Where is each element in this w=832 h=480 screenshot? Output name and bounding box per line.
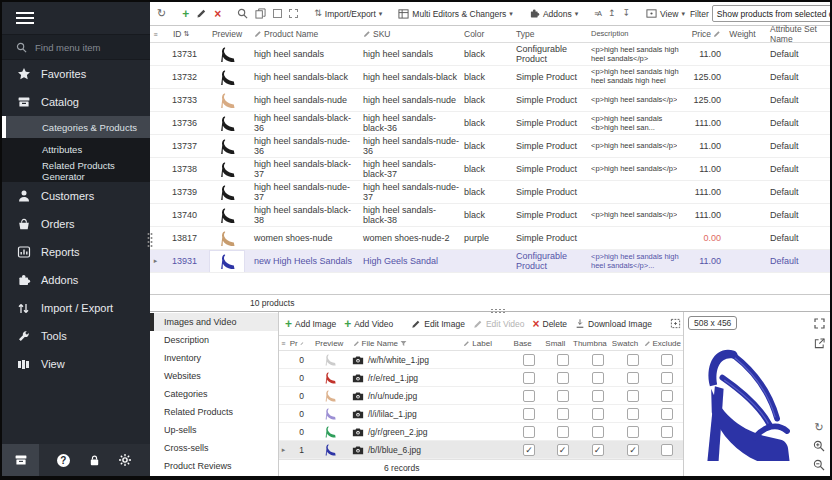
exclude-checkbox[interactable] xyxy=(661,426,673,438)
detail-tab[interactable]: Product Reviews xyxy=(150,457,278,475)
edit-image-button[interactable]: Edit Image xyxy=(409,318,467,330)
sidebar-item-tools[interactable]: Tools xyxy=(2,322,150,350)
product-row[interactable]: 13731 high heel sandals high heel sandal… xyxy=(150,43,830,66)
cell-small[interactable] xyxy=(546,426,579,438)
add-image-button[interactable]: +Add Image xyxy=(283,317,338,331)
thumbnail-checkbox[interactable] xyxy=(592,426,604,438)
sidebar-item-import-export[interactable]: Import / Export xyxy=(2,294,150,322)
cell-exclude[interactable] xyxy=(650,444,683,456)
base-checkbox[interactable] xyxy=(523,354,535,366)
cell-base[interactable] xyxy=(512,408,546,420)
swatch-checkbox[interactable] xyxy=(627,372,639,384)
sidebar-item-related-products-generator[interactable]: Related Products Generator xyxy=(2,160,150,182)
column-header-base[interactable]: Base xyxy=(506,339,539,348)
detail-tab[interactable]: Up-sells xyxy=(150,421,278,439)
column-header-small[interactable]: Small xyxy=(539,339,571,348)
delete-image-button[interactable]: ×Delete xyxy=(530,317,569,331)
sidebar-item-attributes[interactable]: Attributes xyxy=(2,138,150,160)
small-checkbox[interactable] xyxy=(557,426,569,438)
download-image-button[interactable]: Download Image xyxy=(573,317,654,330)
detail-tab[interactable]: Categories xyxy=(150,385,278,403)
exclude-checkbox[interactable] xyxy=(661,372,673,384)
rotate-button[interactable]: ↻ xyxy=(812,420,826,434)
column-header-color[interactable]: Color xyxy=(462,26,514,42)
copy-button[interactable] xyxy=(253,7,268,20)
small-checkbox[interactable] xyxy=(557,390,569,402)
sidebar-item-addons[interactable]: Addons xyxy=(2,266,150,294)
refresh-button[interactable]: ↻ xyxy=(155,7,168,20)
sort-az-button[interactable]: ≡A xyxy=(592,9,603,18)
sidebar-item-reports[interactable]: Reports xyxy=(2,238,150,266)
thumbnail-checkbox[interactable] xyxy=(592,354,604,366)
thumbnail-checkbox[interactable] xyxy=(592,390,604,402)
filter-select[interactable]: Show products from selected categories▾ xyxy=(712,5,832,22)
column-header-sku[interactable]: SKU xyxy=(361,26,462,42)
lock-button[interactable] xyxy=(88,454,101,467)
cell-small[interactable] xyxy=(546,390,579,402)
column-header-label[interactable]: Label xyxy=(461,339,506,348)
column-header-thumbnail[interactable]: Thumbna xyxy=(571,339,608,348)
cell-base[interactable] xyxy=(512,372,546,384)
image-row[interactable]: 0 /n/u/nude.jpg xyxy=(279,387,683,405)
product-row[interactable]: 13739 high heel sandals-nude-37 high hee… xyxy=(150,181,830,204)
delete-product-button[interactable]: × xyxy=(212,7,223,21)
image-row[interactable]: 0 /g/r/green_2.jpg xyxy=(279,423,683,441)
cell-thumbnail[interactable] xyxy=(579,372,616,384)
column-header-preview[interactable]: Preview xyxy=(308,339,351,348)
column-header-price[interactable]: Price xyxy=(684,26,725,42)
detail-tab[interactable]: Images and Video xyxy=(150,313,278,331)
swatch-checkbox[interactable] xyxy=(627,408,639,420)
sidebar-item-view[interactable]: View xyxy=(2,350,150,378)
detail-tab[interactable]: Inventory xyxy=(150,349,278,367)
small-checkbox[interactable]: ✓ xyxy=(557,444,569,456)
sidebar-item-orders[interactable]: Orders xyxy=(2,210,150,238)
small-checkbox[interactable] xyxy=(557,354,569,366)
base-checkbox[interactable]: ✓ xyxy=(523,444,535,456)
cell-exclude[interactable] xyxy=(650,426,683,438)
image-row[interactable]: ▸ 1 /b/l/blue_6.jpg ✓ ✓ ✓ ✓ xyxy=(279,441,683,459)
exclude-checkbox[interactable] xyxy=(661,444,673,456)
open-external-button[interactable] xyxy=(812,336,826,350)
cell-thumbnail[interactable]: ✓ xyxy=(579,444,616,456)
sidebar-item-favorites[interactable]: Favorites xyxy=(2,60,150,88)
sidebar-item-categories-products[interactable]: Categories & Products xyxy=(2,116,150,138)
sidebar-item-customers[interactable]: Customers xyxy=(2,182,150,210)
product-row[interactable]: ▸ 13931 new High Heels Sandals High Geel… xyxy=(150,250,830,273)
sidebar-search-input[interactable] xyxy=(35,42,135,53)
product-row[interactable]: 13733 high heel sandals-nude high heel s… xyxy=(150,89,830,112)
base-checkbox[interactable] xyxy=(523,426,535,438)
product-row[interactable]: 13736 high heel sandals-black-36 high he… xyxy=(150,112,830,135)
add-product-button[interactable]: + xyxy=(180,7,191,21)
select-checkbox-button[interactable] xyxy=(271,8,284,19)
expand-rows-button[interactable]: ↥ xyxy=(606,8,618,19)
product-row[interactable]: 13738 high heel sandals-black-37 high he… xyxy=(150,158,830,181)
cell-thumbnail[interactable] xyxy=(579,354,616,366)
product-row[interactable]: 13817 women shoes-nude women shoes-nude-… xyxy=(150,227,830,250)
thumbnail-checkbox[interactable] xyxy=(592,408,604,420)
sidebar-search[interactable] xyxy=(2,34,150,60)
cell-swatch[interactable] xyxy=(616,372,650,384)
swatch-checkbox[interactable]: ✓ xyxy=(627,444,639,456)
cell-exclude[interactable] xyxy=(650,354,683,366)
small-checkbox[interactable] xyxy=(557,408,569,420)
cell-thumbnail[interactable] xyxy=(579,390,616,402)
column-header-exclude[interactable]: Exclude xyxy=(642,339,683,348)
zoom-out-button[interactable] xyxy=(812,458,826,472)
cell-base[interactable]: ✓ xyxy=(512,444,546,456)
addons-menu[interactable]: Addons▾ xyxy=(527,7,580,20)
column-header-swatch[interactable]: Swatch xyxy=(608,339,641,348)
column-header-id[interactable]: ID⇅ xyxy=(161,26,202,42)
settings-gear-button[interactable] xyxy=(118,453,132,467)
cell-swatch[interactable] xyxy=(616,426,650,438)
exclude-checkbox[interactable] xyxy=(661,354,673,366)
product-row[interactable]: 13740 high heel sandals-black-38 high he… xyxy=(150,204,830,227)
column-header-type[interactable]: Type xyxy=(514,26,589,42)
sidebar-item-catalog[interactable]: Catalog xyxy=(2,88,150,116)
cell-thumbnail[interactable] xyxy=(579,426,616,438)
base-checkbox[interactable] xyxy=(523,390,535,402)
fit-screen-button[interactable] xyxy=(812,316,826,330)
zoom-in-button[interactable] xyxy=(812,439,826,453)
cell-swatch[interactable] xyxy=(616,354,650,366)
detail-tab[interactable]: Related Products xyxy=(150,403,278,421)
cell-swatch[interactable] xyxy=(616,408,650,420)
